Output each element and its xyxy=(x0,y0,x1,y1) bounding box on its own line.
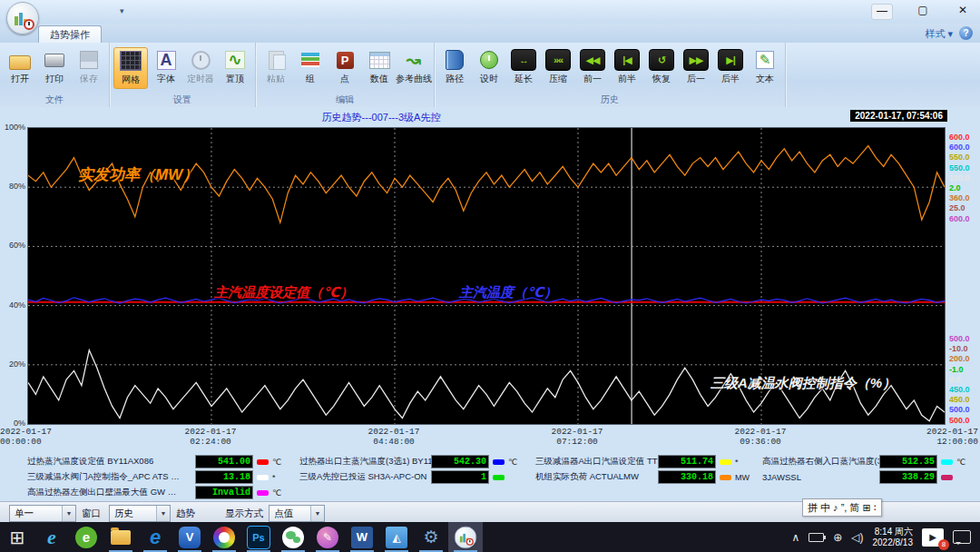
taskbar-item-gear[interactable]: ⚙ xyxy=(414,522,448,552)
taskbar-item-trend[interactable] xyxy=(448,522,483,552)
taskbar-item-rainbow[interactable] xyxy=(207,522,241,552)
taskbar-item-edge[interactable]: e xyxy=(138,522,172,552)
readout-column: 三级减温器A出口汽温设定值 TT2AP …511.74*机组实际负荷 ACTUA… xyxy=(535,454,755,485)
ribbon-button-settime[interactable]: 设时 xyxy=(473,47,505,87)
right-scale-max-label: 600.0 xyxy=(949,143,980,152)
curve-label: 实发功率（MW） xyxy=(78,164,198,185)
ribbon-button-compress[interactable]: »«压缩 xyxy=(542,47,574,87)
taskbar-item-word[interactable]: W xyxy=(345,522,379,552)
ribbon-button-grid[interactable]: 网格 xyxy=(113,47,148,89)
paint-icon: ✎ xyxy=(317,527,338,548)
extend-icon: ↔ xyxy=(511,49,536,71)
ribbon-button-printer[interactable]: 打印 xyxy=(38,47,71,87)
ribbon-button-curve-green[interactable]: 置顶 xyxy=(219,47,251,87)
y-axis-tick-label: 20% xyxy=(1,360,25,369)
ribbon-button-path[interactable]: 路径 xyxy=(438,47,471,87)
logo-clock-icon xyxy=(466,537,474,545)
logo-bar-icon xyxy=(463,533,466,542)
readout-column: 过热蒸汽温度设定值 BY11AX086541.00℃三级减温水阀门A控制指令_A… xyxy=(27,454,292,500)
ribbon-group-设置: 网格字体定时器置顶设置 xyxy=(110,43,256,107)
save-icon xyxy=(77,49,101,71)
tab-trend-operation[interactable]: 趋势操作 xyxy=(38,25,102,44)
x-axis-tick-label: 2022-01-1709:36:00 xyxy=(706,427,815,447)
label-trend: 趋势 xyxy=(176,508,195,520)
chart-page: 历史趋势---007---3级A先控 2022-01-17, 07:54:06 … xyxy=(0,107,980,501)
ribbon-button-group[interactable]: 组 xyxy=(294,47,327,87)
x-axis-tick-label: 2022-01-1702:24:00 xyxy=(156,427,265,447)
taskbar-item-360[interactable]: e xyxy=(69,522,103,552)
logo-bar-icon xyxy=(460,536,463,542)
folder-open-icon xyxy=(8,49,32,71)
start-button[interactable]: ⊞ xyxy=(0,522,34,552)
taskbar-item-ps[interactable]: Ps xyxy=(241,522,276,552)
ps-icon: Ps xyxy=(247,526,270,549)
ribbon-button-label: 前一 xyxy=(583,73,602,85)
ribbon-button-font[interactable]: 字体 xyxy=(150,47,182,87)
readout-label: 机组实际负荷 ACTUALMW xyxy=(535,471,658,483)
hidden-icons-arrow-icon[interactable]: ∧ xyxy=(791,531,799,544)
ribbon-button-point[interactable]: 点 xyxy=(328,47,361,87)
ribbon-button-restore[interactable]: ↺恢复 xyxy=(645,47,678,87)
quick-access-arrow-icon[interactable]: ▾ xyxy=(120,6,124,15)
wechat-icon xyxy=(282,527,304,548)
ribbon-button-folder-open[interactable]: 打开 xyxy=(4,47,36,87)
readout-row: 机组实际负荷 ACTUALMW330.18MW xyxy=(535,469,755,485)
style-dropdown[interactable]: 样式 ▾ xyxy=(925,27,953,41)
taskbar-item-paint[interactable]: ✎ xyxy=(310,522,345,552)
readout-column: 过热器出口主蒸汽温度(3选1) BY11 …542.30℃三级A先控已投运 SH… xyxy=(299,454,528,485)
readout-unit: ℃ xyxy=(508,458,528,467)
grid-icon xyxy=(119,50,142,72)
pen-color-swatch xyxy=(257,490,269,496)
taskbar-item-ie[interactable]: e xyxy=(34,522,69,552)
taskbar-item-vsafe[interactable]: V xyxy=(172,522,207,552)
ime-bar[interactable]: 拼 中 ♪ ”, 简 ⊞ ∶ xyxy=(802,498,882,517)
ribbon-button-prevhalf[interactable]: |◀前半 xyxy=(611,47,643,87)
help-icon[interactable]: ? xyxy=(959,26,973,40)
ribbon-button-refcurve[interactable]: 参考曲线 xyxy=(397,47,430,87)
minimize-button[interactable]: — xyxy=(871,4,893,20)
next-icon: ▶▶ xyxy=(683,49,709,71)
point-icon xyxy=(333,49,357,71)
window-mode-combobox[interactable]: 单一 ▼ xyxy=(9,505,76,522)
ribbon-button-label: 延长 xyxy=(514,73,533,85)
ribbon-button-nexthalf[interactable]: ▶|后半 xyxy=(714,47,747,87)
taskbar-item-photo[interactable]: ◭ xyxy=(379,522,414,552)
value-mode-combobox[interactable]: 点值 ▼ xyxy=(269,505,325,522)
x-axis-tick-label: 2022-01-1704:48:00 xyxy=(339,427,448,447)
ie-icon: e xyxy=(41,527,63,548)
maximize-button[interactable]: ▢ xyxy=(913,4,933,20)
taskbar-item-wechat[interactable] xyxy=(276,522,310,552)
curve-green-icon xyxy=(223,49,247,71)
ribbon-button-text[interactable]: 文本 xyxy=(749,47,781,87)
ribbon-button-next[interactable]: ▶▶后一 xyxy=(680,47,712,87)
compress-icon: »« xyxy=(545,49,571,71)
trend-plot[interactable]: 实发功率（MW）主汽温度设定值（℃）主汽温度（℃）三级A减温水阀控制指令（%） xyxy=(27,127,946,425)
ribbon-button-label: 文本 xyxy=(756,73,774,85)
font-icon xyxy=(154,49,178,71)
status-bar: 单一 ▼ 窗口 历史 ▼ 趋势 显示方式 点值 ▼ 拼 中 ♪ ”, 简 ⊞ ∶ xyxy=(0,501,980,523)
ribbon-group-caption: 编辑 xyxy=(260,94,430,107)
source-combobox[interactable]: 历史 ▼ xyxy=(109,505,171,522)
battery-icon[interactable] xyxy=(808,533,824,542)
prevhalf-icon: |◀ xyxy=(614,49,640,71)
edge-icon: e xyxy=(144,527,166,548)
taskbar-item-explorer[interactable] xyxy=(103,522,138,552)
readout-unit: ℃ xyxy=(272,458,292,467)
speaker-icon[interactable]: ◁) xyxy=(851,531,863,544)
action-center-icon[interactable] xyxy=(953,530,971,544)
close-button[interactable]: ✕ xyxy=(953,4,973,20)
pen-color-swatch xyxy=(493,475,505,480)
ribbon-button-extend[interactable]: ↔延长 xyxy=(507,47,540,87)
taskbar-clock[interactable]: 8:14 周六2022/8/13 xyxy=(873,527,914,548)
app-logo-icon[interactable] xyxy=(6,2,39,34)
ribbon-button-label: 打开 xyxy=(11,73,29,85)
ribbon-button-values[interactable]: 数值 xyxy=(363,47,396,87)
ribbon-button-label: 后半 xyxy=(721,73,740,85)
readout-value-display: 512.35 xyxy=(879,455,937,468)
ribbon-button-prev[interactable]: ◀◀前一 xyxy=(576,47,609,87)
readout-unit: * xyxy=(272,473,292,482)
network-globe-icon[interactable]: ⊕ xyxy=(833,531,842,544)
media-player-tray-icon[interactable]: ▶8 xyxy=(922,528,944,547)
ribbon-button-label: 网格 xyxy=(122,74,140,86)
readout-label: 过热蒸汽温度设定值 BY11AX086 xyxy=(27,456,195,468)
